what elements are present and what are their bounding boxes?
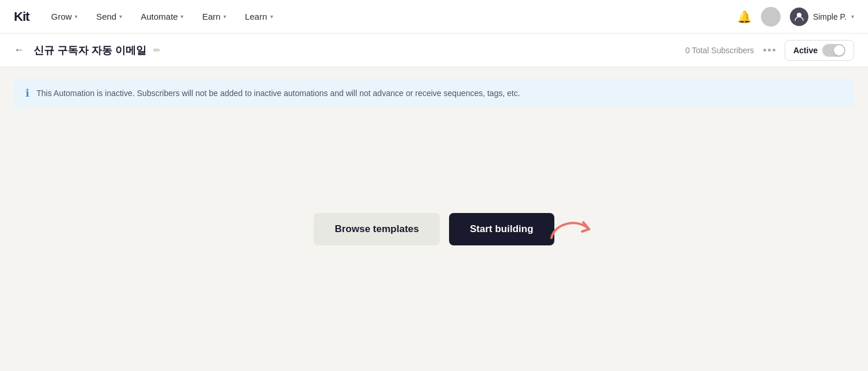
nav-items: Grow ▾ Send ▾ Automate ▾ Earn ▾ Learn ▾ [43, 7, 733, 26]
user-menu[interactable]: Simple P. ▾ [790, 8, 854, 26]
info-icon: ℹ [25, 87, 30, 100]
nav-label-send: Send [96, 12, 116, 21]
user-name: Simple P. [813, 12, 847, 21]
more-menu-button[interactable] [763, 49, 775, 52]
active-label: Active [793, 46, 818, 55]
toggle-thumb [834, 45, 844, 56]
action-buttons: Browse templates Start building [314, 213, 554, 245]
nav-item-grow[interactable]: Grow ▾ [43, 7, 86, 26]
nav-item-learn[interactable]: Learn ▾ [237, 7, 281, 26]
nav-label-learn: Learn [245, 12, 267, 21]
nav-label-automate: Automate [141, 12, 178, 21]
start-building-button[interactable]: Start building [449, 213, 554, 245]
subheader-right: 0 Total Subscribers Active [685, 40, 854, 61]
active-toggle-container: Active [785, 40, 854, 61]
active-toggle[interactable] [822, 44, 845, 57]
dot [768, 49, 771, 52]
navbar: Kit Grow ▾ Send ▾ Automate ▾ Earn ▾ Lear… [0, 0, 868, 34]
dot [773, 49, 775, 52]
avatar [761, 7, 781, 27]
chevron-down-icon: ▾ [119, 13, 122, 20]
nav-item-automate[interactable]: Automate ▾ [133, 7, 192, 26]
arrow-annotation [549, 206, 601, 252]
user-icon [790, 8, 808, 26]
nav-label-grow: Grow [51, 12, 72, 21]
chevron-down-icon: ▾ [270, 13, 273, 20]
dot [763, 49, 766, 52]
edit-icon[interactable]: ✏ [153, 45, 161, 56]
main-content: Browse templates Start building [0, 119, 868, 339]
total-subscribers: 0 Total Subscribers [685, 46, 754, 55]
subheader: ← 신규 구독자 자동 이메일 ✏ 0 Total Subscribers Ac… [0, 34, 868, 67]
logo[interactable]: Kit [14, 9, 29, 24]
chevron-down-icon: ▾ [75, 13, 78, 20]
chevron-down-icon: ▾ [223, 13, 226, 20]
chevron-down-icon: ▾ [851, 13, 854, 20]
nav-right: 🔔 Simple P. ▾ [737, 7, 854, 27]
info-text: This Automation is inactive. Subscribers… [36, 87, 520, 100]
info-banner: ℹ This Automation is inactive. Subscribe… [14, 79, 854, 108]
chevron-down-icon: ▾ [181, 13, 183, 20]
back-button[interactable]: ← [14, 44, 24, 56]
nav-item-earn[interactable]: Earn ▾ [194, 7, 234, 26]
bell-icon[interactable]: 🔔 [737, 10, 752, 24]
nav-label-earn: Earn [202, 12, 220, 21]
browse-templates-button[interactable]: Browse templates [314, 213, 440, 245]
page-title: 신규 구독자 자동 이메일 [34, 43, 146, 57]
nav-item-send[interactable]: Send ▾ [88, 7, 130, 26]
